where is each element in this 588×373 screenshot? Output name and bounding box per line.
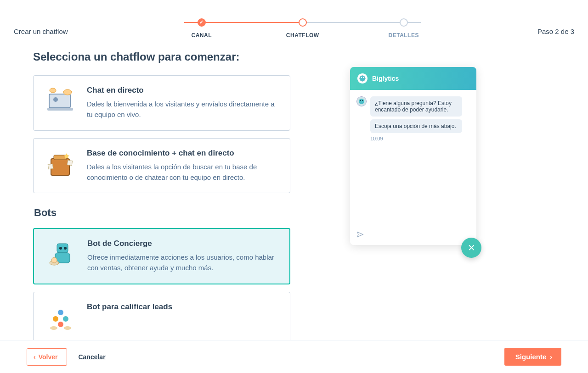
- svg-point-4: [50, 88, 56, 93]
- svg-point-3: [63, 89, 72, 95]
- svg-point-17: [63, 316, 68, 322]
- qualify-balls-icon: [45, 302, 77, 334]
- svg-rect-7: [48, 164, 53, 169]
- svg-point-16: [53, 316, 58, 322]
- svg-point-23: [363, 77, 364, 78]
- svg-rect-1: [47, 108, 73, 111]
- chat-header: Biglytics: [350, 67, 476, 90]
- step-canal: CANAL: [151, 18, 252, 39]
- svg-point-22: [361, 77, 362, 78]
- knowledge-box-icon: [45, 149, 77, 181]
- chat-message-2: Escoja una opción de más abajo.: [370, 119, 462, 133]
- svg-point-15: [58, 310, 63, 315]
- card-live-chat-desc: Dales la bienvenida a los visitantes y e…: [87, 99, 279, 120]
- main: Selecciona un chatflow para comenzar: Ch…: [0, 50, 588, 340]
- step-chatflow: CHATFLOW: [252, 18, 353, 39]
- chevron-right-icon: ›: [550, 353, 552, 361]
- section-title: Selecciona un chatflow para comenzar:: [33, 50, 290, 63]
- stepper: CANAL CHATFLOW DETALLES: [151, 18, 454, 39]
- svg-point-2: [53, 97, 58, 102]
- svg-point-14: [51, 257, 57, 263]
- card-qualify-bot-title: Bot para calificar leads: [87, 302, 279, 312]
- card-qualify-bot[interactable]: Bot para calificar leads: [33, 292, 290, 340]
- svg-rect-5: [51, 159, 69, 175]
- concierge-robot-icon: [45, 239, 77, 271]
- step-detalles: DETALLES: [353, 18, 454, 39]
- chat-footer: [350, 225, 476, 245]
- svg-point-26: [362, 100, 363, 101]
- next-button-label: Siguiente: [515, 353, 547, 361]
- svg-rect-0: [49, 94, 70, 108]
- svg-point-19: [50, 326, 57, 330]
- card-live-chat[interactable]: Chat en directo Dales la bienvenida a lo…: [33, 75, 290, 131]
- card-concierge-bot-desc: Ofrece inmediatamente acciones a los usu…: [87, 252, 278, 273]
- back-button[interactable]: ‹ Volver: [27, 348, 67, 366]
- svg-point-24: [359, 99, 364, 104]
- chat-preview: Biglytics ¿Tiene alguna pregunta? Estoy …: [350, 67, 476, 245]
- page-title: Crear un chatflow: [14, 18, 68, 35]
- chat-close-button[interactable]: ✕: [461, 238, 481, 258]
- svg-rect-8: [67, 160, 72, 165]
- step-detalles-label: DETALLES: [389, 32, 419, 39]
- chevron-left-icon: ‹: [34, 353, 36, 361]
- left-column: Selecciona un chatflow para comenzar: Ch…: [33, 50, 295, 340]
- card-knowledge-base[interactable]: Base de conocimiento + chat en directo D…: [33, 138, 290, 194]
- close-icon: ✕: [468, 242, 475, 253]
- step-count: Paso 2 de 3: [537, 18, 574, 35]
- step-detalles-circle: [400, 18, 408, 27]
- next-button[interactable]: Siguiente ›: [504, 348, 561, 366]
- step-chatflow-label: CHATFLOW: [286, 32, 319, 39]
- chat-bot-avatar-icon: [356, 96, 367, 106]
- right-column: Biglytics ¿Tiene alguna pregunta? Estoy …: [350, 50, 479, 340]
- chat-body: ¿Tiene alguna pregunta? Estoy encantado …: [350, 90, 476, 225]
- svg-point-18: [58, 322, 63, 327]
- chat-brand-name: Biglytics: [372, 75, 399, 82]
- chat-timestamp: 10:09: [370, 136, 470, 141]
- chat-brand-avatar-icon: [357, 73, 368, 84]
- send-icon[interactable]: [356, 231, 364, 240]
- step-canal-circle: [198, 18, 206, 27]
- svg-point-21: [360, 76, 365, 81]
- cancel-link[interactable]: Cancelar: [78, 353, 105, 361]
- card-concierge-bot[interactable]: Bot de Concierge Ofrece inmediatamente a…: [33, 228, 290, 284]
- laptop-chat-icon: [45, 86, 77, 118]
- card-knowledge-base-title: Base de conocimiento + chat en directo: [87, 149, 279, 158]
- card-live-chat-title: Chat en directo: [87, 86, 279, 95]
- top-bar: Crear un chatflow CANAL CHATFLOW DETALLE…: [0, 0, 588, 50]
- chat-message-1: ¿Tiene alguna pregunta? Estoy encantado …: [370, 96, 462, 117]
- svg-point-25: [360, 100, 361, 101]
- card-knowledge-base-desc: Dales a los visitantes la opción de busc…: [87, 161, 279, 183]
- bots-title: Bots: [34, 207, 290, 219]
- back-button-label: Volver: [39, 353, 58, 361]
- svg-point-11: [59, 247, 62, 250]
- card-concierge-bot-title: Bot de Concierge: [87, 239, 278, 248]
- svg-point-12: [64, 247, 67, 250]
- step-chatflow-circle: [299, 18, 307, 27]
- svg-point-20: [64, 326, 71, 330]
- bottom-bar: ‹ Volver Cancelar Siguiente ›: [0, 340, 588, 373]
- step-canal-label: CANAL: [192, 32, 212, 39]
